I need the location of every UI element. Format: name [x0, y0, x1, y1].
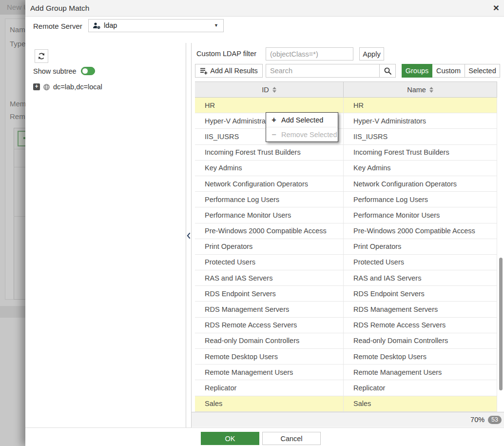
custom-ldap-filter-label: Custom LDAP filter [196, 50, 256, 58]
cell-id: Replicator [195, 380, 344, 395]
table-row[interactable]: Replicator Replicator [195, 380, 497, 396]
ok-button[interactable]: OK [201, 432, 259, 445]
remote-server-label: Remote Server [33, 22, 82, 30]
table-row[interactable]: Remote Management Users Remote Managemen… [195, 365, 497, 380]
table-row[interactable]: Pre-Windows 2000 Compatible Access Pre-W… [195, 223, 497, 239]
table-row[interactable]: RDS Management Servers RDS Management Se… [195, 302, 497, 317]
tree-node-root[interactable]: + dc=lab,dc=local [33, 83, 102, 91]
search-button[interactable] [379, 64, 396, 78]
close-icon[interactable]: × [493, 0, 499, 15]
table-row[interactable]: Print Operators Print Operators [195, 239, 497, 255]
cell-name: Network Configuration Operators [344, 176, 497, 191]
table-row[interactable]: Read-only Domain Controllers Read-only D… [195, 333, 497, 349]
chevron-down-icon: ▼ [214, 20, 218, 32]
cell-name: Key Admins [344, 161, 497, 176]
table-row[interactable]: IIS_IUSRS IIS_IUSRS [195, 129, 497, 144]
table-row[interactable]: Protected Users Protected Users [195, 255, 497, 270]
cell-id: Performance Log Users [195, 192, 344, 207]
tab-selected[interactable]: Selected [465, 64, 500, 78]
tab-groups[interactable]: Groups [402, 64, 432, 78]
cell-id: RDS Management Servers [195, 302, 344, 317]
context-menu-add-selected[interactable]: + Add Selected [266, 113, 338, 127]
cell-name: RDS Management Servers [344, 302, 497, 317]
cell-id: Read-only Domain Controllers [195, 333, 344, 348]
add-group-match-dialog: Add Group Match × Remote Server ldap ▼ [25, 0, 504, 446]
cell-id: Pre-Windows 2000 Compatible Access [195, 223, 344, 239]
panel-splitter[interactable] [186, 43, 192, 427]
column-header-id[interactable]: ID [195, 82, 344, 97]
cell-id: Remote Management Users [195, 365, 344, 380]
table-row[interactable]: RDS Remote Access Servers RDS Remote Acc… [195, 318, 497, 333]
globe-icon [43, 83, 50, 91]
cell-name: Performance Monitor Users [344, 207, 497, 223]
list-plus-icon [200, 67, 208, 75]
cell-name: HR [344, 98, 497, 113]
cell-id: Performance Monitor Users [195, 207, 344, 223]
show-subtree-row: Show subtree [33, 67, 95, 75]
dialog-footer: OK Cancel [25, 427, 504, 446]
show-subtree-label: Show subtree [33, 67, 77, 75]
cell-name: Remote Desktop Users [344, 349, 497, 364]
background-label-name: Nam [10, 25, 25, 34]
refresh-button[interactable] [35, 49, 48, 63]
add-all-results-label: Add All Results [210, 67, 258, 75]
remote-server-value: ldap [104, 20, 117, 32]
cell-name: RAS and IAS Servers [344, 270, 497, 285]
apply-button[interactable]: Apply [359, 47, 384, 61]
table-row[interactable]: RDS Endpoint Servers RDS Endpoint Server… [195, 286, 497, 302]
toggle-knob [82, 68, 88, 74]
table-row[interactable]: Performance Log Users Performance Log Us… [195, 192, 497, 207]
table-status-bar: 70% 53 [192, 412, 504, 427]
table-row[interactable]: HR HR [195, 98, 497, 113]
column-header-name[interactable]: Name [344, 82, 497, 97]
tree-expand-icon[interactable]: + [33, 83, 40, 90]
cell-name: IIS_IUSRS [344, 129, 497, 144]
cell-id: Print Operators [195, 239, 344, 254]
user-clock-icon [93, 22, 101, 30]
cell-id: HR [195, 98, 344, 113]
table-row[interactable]: Incoming Forest Trust Builders Incoming … [195, 145, 497, 161]
show-subtree-toggle[interactable] [81, 67, 95, 75]
background-footer-strip [0, 306, 25, 318]
column-header-id-label: ID [262, 86, 269, 94]
table-row[interactable]: Sales Sales [195, 396, 497, 412]
cancel-button[interactable]: Cancel [262, 432, 321, 445]
table-row[interactable]: Hyper-V Administrators Hyper-V Administr… [195, 113, 497, 129]
table-row[interactable]: Performance Monitor Users Performance Mo… [195, 207, 497, 223]
add-all-results-button[interactable]: Add All Results [195, 64, 263, 78]
refresh-icon [38, 52, 45, 60]
zoom-level: 70% [470, 416, 485, 424]
table-row[interactable]: Key Admins Key Admins [195, 161, 497, 176]
cell-id: Sales [195, 396, 344, 411]
row-count-badge: 53 [488, 416, 502, 424]
table-header: ID Name [195, 81, 497, 98]
column-header-name-label: Name [407, 86, 426, 94]
minus-icon: − [271, 130, 277, 139]
cancel-button-label: Cancel [280, 435, 302, 443]
ok-button-label: OK [225, 435, 235, 443]
table-row[interactable]: RAS and IAS Servers RAS and IAS Servers [195, 270, 497, 286]
cell-id: Protected Users [195, 255, 344, 270]
vertical-scrollbar[interactable] [499, 258, 503, 390]
cell-id: RDS Endpoint Servers [195, 286, 344, 301]
table-row[interactable]: Network Configuration Operators Network … [195, 176, 497, 192]
background-label-remote: Rem [10, 112, 25, 121]
cell-id: RAS and IAS Servers [195, 270, 344, 285]
cell-name: Replicator [344, 380, 497, 395]
dialog-title: Add Group Match [30, 0, 89, 16]
cell-id: Incoming Forest Trust Builders [195, 145, 344, 160]
cell-name: Hyper-V Administrators [344, 113, 497, 128]
tab-custom[interactable]: Custom [432, 64, 465, 78]
search-input[interactable] [266, 64, 380, 78]
remote-server-dropdown[interactable]: ldap ▼ [88, 19, 224, 32]
cell-id: Key Admins [195, 161, 344, 176]
context-menu-remove-selected[interactable]: − Remove Selected [266, 127, 338, 142]
table-row[interactable]: Remote Desktop Users Remote Desktop User… [195, 349, 497, 365]
cell-name: Read-only Domain Controllers [344, 333, 497, 348]
ldap-filter-input[interactable] [266, 47, 353, 61]
cell-id: RDS Remote Access Servers [195, 318, 344, 333]
tab-selected-label: Selected [468, 67, 496, 75]
collapse-chevron-icon[interactable] [187, 232, 191, 239]
cell-name: Sales [344, 396, 497, 411]
cell-name: Incoming Forest Trust Builders [344, 145, 497, 160]
